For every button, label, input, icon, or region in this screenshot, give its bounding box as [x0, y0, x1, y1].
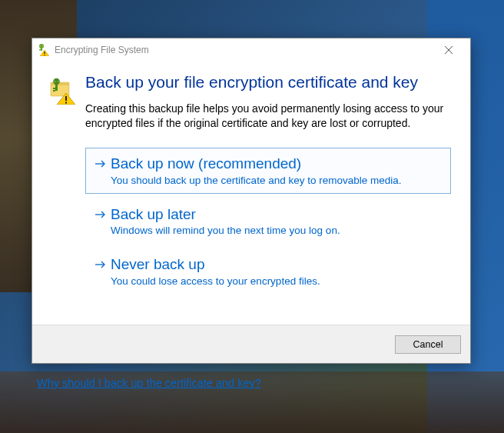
arrow-right-icon [94, 256, 111, 275]
option-desc: You could lose access to your encrypted … [111, 275, 443, 287]
option-backup-now[interactable]: Back up now (recommended) You should bac… [85, 148, 451, 194]
svg-rect-4 [44, 52, 45, 54]
option-title: Never back up [111, 256, 443, 274]
efs-backup-dialog: Encrypting File System Back up your [32, 38, 471, 364]
option-title: Back up later [111, 206, 443, 224]
dialog-footer: Cancel [32, 325, 470, 363]
close-button[interactable] [432, 39, 466, 61]
arrow-right-icon [94, 155, 111, 174]
option-text: Back up later Windows will remind you th… [111, 206, 443, 237]
help-link[interactable]: Why should I back up the certificate and… [37, 377, 261, 389]
dialog-body: Back up your file encryption certificate… [75, 73, 451, 325]
option-never-backup[interactable]: Never back up You could lose access to y… [85, 248, 451, 295]
titlebar-title: Encrypting File System [55, 45, 432, 55]
svg-rect-15 [65, 96, 67, 101]
efs-main-icon [48, 73, 75, 325]
svg-rect-2 [39, 49, 41, 51]
option-text: Back up now (recommended) You should bac… [111, 155, 443, 186]
titlebar: Encrypting File System [32, 38, 470, 62]
svg-rect-13 [53, 90, 55, 92]
option-text: Never back up You could lose access to y… [111, 256, 443, 287]
arrow-right-icon [94, 206, 111, 225]
option-desc: Windows will remind you the next time yo… [111, 225, 443, 236]
option-desc: You should back up the certificate and k… [111, 175, 443, 186]
svg-rect-16 [65, 102, 67, 104]
option-backup-later[interactable]: Back up later Windows will remind you th… [85, 198, 451, 245]
svg-rect-12 [53, 88, 56, 89]
close-icon [445, 46, 453, 54]
option-title: Back up now (recommended) [111, 155, 443, 173]
svg-rect-5 [44, 55, 45, 55]
dialog-content: Back up your file encryption certificate… [32, 62, 470, 325]
efs-titlebar-icon [37, 44, 49, 56]
dialog-heading: Back up your file encryption certificate… [85, 73, 451, 92]
cancel-button[interactable]: Cancel [395, 335, 461, 354]
dialog-description: Creating this backup file helps you avoi… [85, 102, 451, 131]
options-list: Back up now (recommended) You should bac… [85, 148, 451, 295]
